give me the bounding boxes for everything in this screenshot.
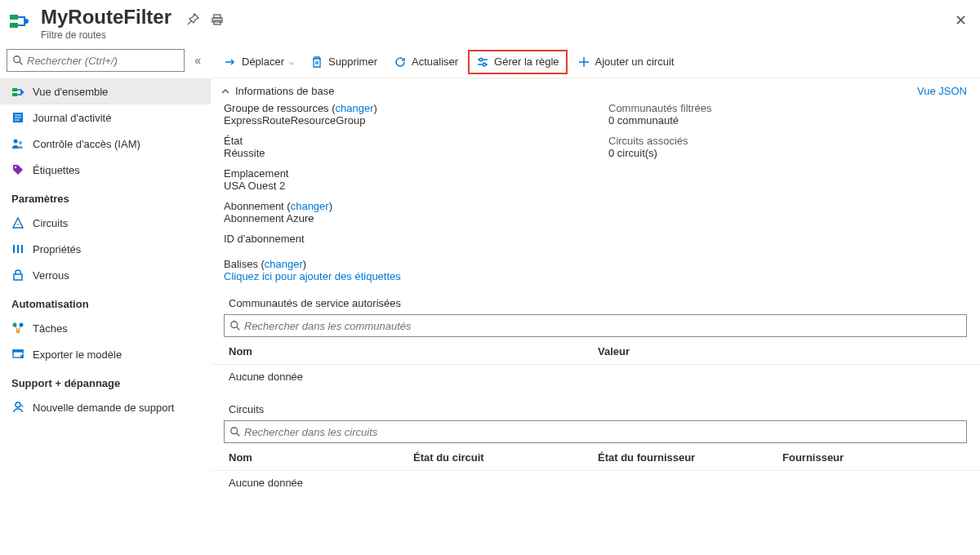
collapse-sidebar-icon[interactable]: « bbox=[191, 54, 204, 67]
svg-rect-22 bbox=[14, 274, 22, 280]
sidebar-item-label: Vue d'ensemble bbox=[33, 86, 108, 98]
col-provider: Fournisseur bbox=[782, 451, 967, 464]
sidebar-item-properties[interactable]: Propriétés bbox=[0, 236, 211, 262]
communities-no-data: Aucune donnée bbox=[211, 364, 980, 388]
plus-icon bbox=[577, 56, 590, 69]
chevron-up-icon[interactable] bbox=[220, 87, 230, 96]
resource-icon bbox=[7, 8, 33, 34]
view-json-link[interactable]: Vue JSON bbox=[917, 85, 967, 97]
sidebar-search-input[interactable] bbox=[27, 55, 179, 67]
add-tags-link[interactable]: Cliquez ici pour ajouter des étiquettes bbox=[224, 270, 401, 282]
settings-icon bbox=[476, 56, 489, 69]
communities-section-title: Communautés de service autorisées bbox=[211, 282, 980, 314]
svg-point-10 bbox=[20, 91, 24, 94]
essentials-title: Informations de base bbox=[235, 85, 334, 97]
close-icon[interactable]: ✕ bbox=[955, 11, 967, 29]
lock-icon bbox=[11, 269, 24, 282]
log-icon bbox=[11, 111, 24, 124]
move-icon bbox=[224, 56, 237, 69]
svg-point-30 bbox=[16, 402, 20, 407]
svg-point-15 bbox=[14, 140, 18, 144]
circuits-section-title: Circuits bbox=[211, 388, 980, 420]
delete-icon bbox=[310, 56, 323, 69]
svg-line-26 bbox=[16, 326, 17, 330]
pin-icon[interactable] bbox=[186, 13, 199, 26]
sidebar-item-export-template[interactable]: Exporter le modèle bbox=[0, 341, 211, 367]
sidebar-item-activity-log[interactable]: Journal d'activité bbox=[0, 104, 211, 131]
move-button[interactable]: Déplacer ⌵ bbox=[217, 50, 301, 74]
manage-rule-button[interactable]: Gérer la règle bbox=[468, 50, 567, 74]
refresh-button[interactable]: Actualiser bbox=[387, 50, 465, 74]
svg-point-34 bbox=[479, 58, 483, 61]
circuits-search[interactable] bbox=[224, 420, 967, 443]
content-pane: Déplacer ⌵ Supprimer Actualiser bbox=[211, 46, 980, 555]
col-name: Nom bbox=[229, 451, 413, 464]
refresh-icon bbox=[394, 56, 407, 69]
svg-rect-29 bbox=[13, 350, 23, 352]
communities-search[interactable] bbox=[224, 314, 967, 337]
sidebar-item-new-support-request[interactable]: Nouvelle demande de support bbox=[0, 394, 211, 420]
svg-rect-9 bbox=[12, 93, 17, 96]
svg-point-38 bbox=[231, 322, 238, 328]
associated-circuits-label: Circuits associés bbox=[608, 135, 967, 147]
sidebar-search[interactable] bbox=[7, 49, 185, 72]
sidebar-item-label: Tâches bbox=[33, 322, 68, 335]
associated-circuits-value: 0 circuit(s) bbox=[608, 147, 967, 159]
sidebar-item-label: Exporter le modèle bbox=[33, 349, 122, 361]
subscription-value-link[interactable]: Abonnement Azure bbox=[224, 212, 314, 224]
tags-change-link[interactable]: changer bbox=[265, 258, 303, 270]
location-label: Emplacement bbox=[224, 167, 582, 180]
sidebar: « Vue d'ensemble Journal d'activité Cont… bbox=[0, 46, 211, 555]
svg-point-23 bbox=[13, 323, 17, 327]
svg-line-7 bbox=[20, 62, 23, 65]
toolbar: Déplacer ⌵ Supprimer Actualiser bbox=[211, 46, 980, 78]
search-icon bbox=[12, 55, 24, 66]
tags-label: Balises (changer) bbox=[224, 258, 306, 270]
svg-line-41 bbox=[237, 433, 240, 437]
sidebar-item-tags[interactable]: Étiquettes bbox=[0, 157, 211, 183]
state-value: Réussite bbox=[224, 147, 582, 159]
print-icon[interactable] bbox=[211, 13, 224, 26]
sidebar-item-iam[interactable]: Contrôle d'accès (IAM) bbox=[0, 131, 211, 157]
svg-point-2 bbox=[24, 19, 29, 24]
sidebar-item-label: Journal d'activité bbox=[33, 112, 111, 124]
communities-search-input[interactable] bbox=[244, 320, 961, 332]
svg-point-24 bbox=[20, 323, 24, 327]
col-circuit-state: État du circuit bbox=[413, 451, 598, 464]
sidebar-item-tasks[interactable]: Tâches bbox=[0, 315, 211, 341]
overview-icon bbox=[11, 85, 24, 98]
sub-change-link[interactable]: changer bbox=[291, 200, 329, 212]
rg-change-link[interactable]: changer bbox=[336, 102, 374, 114]
support-icon bbox=[11, 401, 24, 414]
svg-line-39 bbox=[237, 327, 240, 331]
svg-rect-0 bbox=[10, 15, 18, 20]
subscription-id-label: ID d'abonnement bbox=[224, 233, 582, 245]
sidebar-item-circuits[interactable]: Circuits bbox=[0, 210, 211, 236]
search-icon bbox=[229, 426, 241, 437]
col-value: Valeur bbox=[598, 345, 967, 357]
page-subtitle: Filtre de routes bbox=[41, 29, 172, 41]
rg-value-link[interactable]: ExpressRouteResourceGroup bbox=[224, 114, 365, 127]
properties-icon bbox=[11, 242, 24, 255]
sidebar-item-label: Circuits bbox=[33, 217, 68, 229]
location-value: USA Ouest 2 bbox=[224, 180, 582, 192]
add-circuit-button[interactable]: Ajouter un circuit bbox=[571, 50, 681, 74]
svg-point-6 bbox=[14, 56, 20, 63]
filtered-communities-value: 0 communauté bbox=[608, 114, 967, 127]
tasks-icon bbox=[11, 322, 24, 335]
delete-button[interactable]: Supprimer bbox=[304, 50, 384, 74]
col-provider-state: État du fournisseur bbox=[598, 451, 782, 464]
svg-point-16 bbox=[19, 141, 22, 144]
sidebar-item-label: Verrous bbox=[33, 269, 69, 282]
sidebar-item-label: Contrôle d'accès (IAM) bbox=[33, 138, 140, 150]
sidebar-item-locks[interactable]: Verrous bbox=[0, 262, 211, 288]
iam-icon bbox=[11, 137, 24, 150]
sidebar-item-label: Étiquettes bbox=[33, 164, 80, 176]
sidebar-item-overview[interactable]: Vue d'ensemble bbox=[0, 78, 211, 104]
svg-point-40 bbox=[231, 428, 238, 434]
rg-label: Groupe de ressources (changer) bbox=[224, 102, 582, 114]
state-label: État bbox=[224, 135, 582, 147]
svg-point-25 bbox=[16, 330, 20, 334]
svg-line-27 bbox=[19, 326, 20, 330]
circuits-search-input[interactable] bbox=[244, 426, 961, 438]
